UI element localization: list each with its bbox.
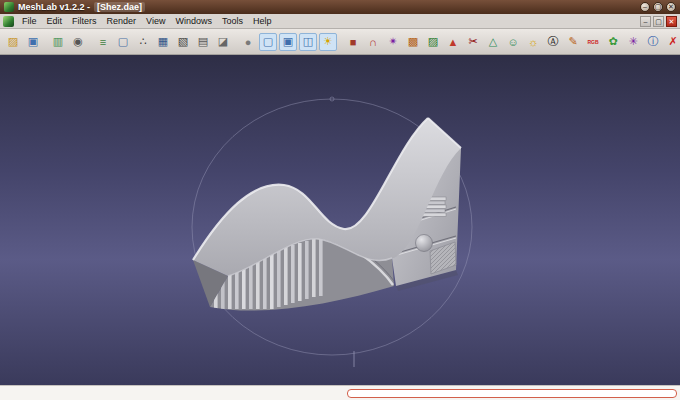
smooth-shading-icon[interactable]: ● (239, 33, 257, 51)
mdi-controls: – ▢ ✕ (640, 16, 677, 27)
mdi-close-button[interactable]: ✕ (666, 16, 677, 27)
mesh-quality-icon[interactable]: ▲ (444, 33, 462, 51)
window-title: MeshLab v1.2.2 - (18, 2, 90, 12)
mesh-model (193, 118, 461, 311)
status-bar (0, 385, 680, 400)
document-icon (3, 16, 14, 27)
menu-edit[interactable]: Edit (42, 15, 68, 27)
sphere-ornament (416, 235, 433, 252)
menu-render[interactable]: Render (102, 15, 142, 27)
menu-bar: FileEditFiltersRenderViewWindowsToolsHel… (0, 14, 680, 29)
smooth-surface-icon[interactable]: ☺ (504, 33, 522, 51)
meshlab-window: MeshLab v1.2.2 - [Shez.dae] – ▢ ✕ FileEd… (0, 0, 680, 400)
color-fill-icon[interactable]: ✿ (604, 33, 622, 51)
document-title: [Shez.dae] (94, 2, 145, 12)
info-icon[interactable]: ⓘ (644, 33, 662, 51)
background-image-icon[interactable]: ▩ (404, 33, 422, 51)
snapshot-icon[interactable]: ◉ (69, 33, 87, 51)
bbox-icon[interactable]: ▢ (114, 33, 132, 51)
close-button[interactable]: ✕ (666, 2, 676, 12)
menu-tools[interactable]: Tools (217, 15, 248, 27)
light-icon[interactable]: ☀ (319, 33, 337, 51)
cut-mesh-icon[interactable]: ✂ (464, 33, 482, 51)
scene-canvas (0, 55, 680, 385)
menu-view[interactable]: View (141, 15, 170, 27)
mdi-minimize-button[interactable]: – (640, 16, 651, 27)
title-bar[interactable]: MeshLab v1.2.2 - [Shez.dae] – ▢ ✕ (0, 0, 680, 14)
hidden-lines-icon[interactable]: ▧ (174, 33, 192, 51)
menu-file[interactable]: File (17, 15, 42, 27)
points-icon[interactable]: ∴ (134, 33, 152, 51)
mdi-restore-button[interactable]: ▢ (653, 16, 664, 27)
trackball-icon[interactable]: ◫ (299, 33, 317, 51)
viewport-3d[interactable] (0, 55, 680, 385)
ambient-occlusion-icon[interactable]: Ⓐ (544, 33, 562, 51)
select-face-icon[interactable]: △ (484, 33, 502, 51)
fancy-light-icon[interactable]: ☼ (524, 33, 542, 51)
wireframe-icon[interactable]: ▦ (154, 33, 172, 51)
layers-icon[interactable]: ≡ (94, 33, 112, 51)
meshlab-logo-icon (4, 2, 14, 12)
splat-icon[interactable]: ✳ (624, 33, 642, 51)
menu-filters[interactable]: Filters (67, 15, 102, 27)
menu-help[interactable]: Help (248, 15, 277, 27)
save-icon[interactable]: ▣ (24, 33, 42, 51)
menu-items: FileEditFiltersRenderViewWindowsToolsHel… (17, 15, 276, 27)
window-controls: – ▢ ✕ (640, 2, 676, 12)
maximize-button[interactable]: ▢ (653, 2, 663, 12)
main-toolbar: ▨▣▥◉≡▢∴▦▧▤◪●▢▣◫☀■∩✴▩▨▲✂△☺☼Ⓐ✎RGB✿✳ⓘ✗» (0, 29, 680, 55)
texture-image-icon[interactable]: ▨ (424, 33, 442, 51)
export-mesh-icon[interactable]: ▥ (49, 33, 67, 51)
paint-icon[interactable]: ✎ (564, 33, 582, 51)
backface-cull-icon[interactable]: ■ (344, 33, 362, 51)
open-icon[interactable]: ▨ (4, 33, 22, 51)
menu-windows[interactable]: Windows (170, 15, 217, 27)
progress-bar (347, 389, 677, 398)
flat-lines-icon[interactable]: ▤ (194, 33, 212, 51)
delete-mesh-icon[interactable]: ✗ (664, 33, 680, 51)
decorators-icon[interactable]: ✴ (384, 33, 402, 51)
rgb-paint-icon[interactable]: RGB (584, 33, 602, 51)
perspective-view-icon[interactable]: ▣ (279, 33, 297, 51)
flat-shading-icon[interactable]: ◪ (214, 33, 232, 51)
snap-icon[interactable]: ∩ (364, 33, 382, 51)
ortho-view-icon[interactable]: ▢ (259, 33, 277, 51)
minimize-button[interactable]: – (640, 2, 650, 12)
